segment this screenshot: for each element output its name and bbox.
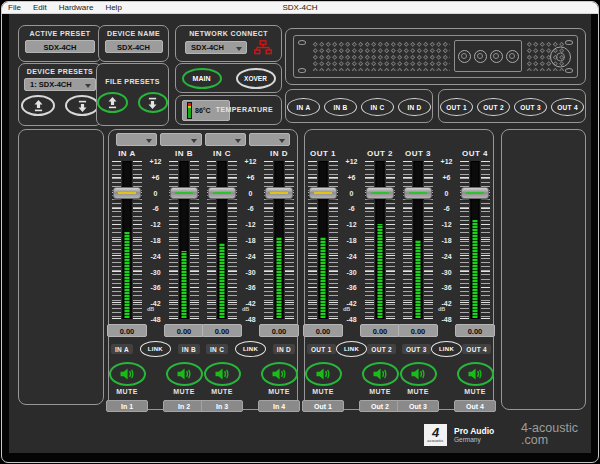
screw-icon <box>565 68 573 73</box>
gain-value[interactable]: 0.00 <box>259 324 299 337</box>
network-device-select[interactable]: SDX-4CH <box>185 41 247 54</box>
mute-button[interactable] <box>362 362 399 386</box>
temperature-label: TEMPERATURE <box>216 106 273 113</box>
channel-name-field[interactable]: In 4 <box>258 400 300 412</box>
scale-label: -36 <box>437 284 456 291</box>
scale-label: -36 <box>146 284 165 291</box>
channel-pair-out-12: OUT 1 OUT 2 +12+60-6-12-18-24-30-36-42-4… <box>307 149 396 412</box>
fader-handle[interactable] <box>404 187 432 199</box>
in-d-button[interactable]: IN D <box>398 98 431 116</box>
device-preset-select[interactable]: 1: SDX-4CH <box>24 78 96 91</box>
mute-button[interactable] <box>457 362 494 386</box>
device-preset-download-button[interactable] <box>65 95 99 116</box>
chevron-down-icon <box>279 139 285 143</box>
mute-button[interactable] <box>109 362 146 386</box>
mute-button[interactable] <box>166 362 203 386</box>
gain-fader[interactable] <box>169 161 199 319</box>
mute-button[interactable] <box>305 362 342 386</box>
out-1-button[interactable]: OUT 1 <box>440 98 473 116</box>
gain-fader[interactable] <box>264 161 294 319</box>
menu-edit[interactable]: Edit <box>27 3 53 12</box>
gain-fader[interactable] <box>460 161 490 319</box>
network-status-icon <box>254 40 272 55</box>
fader-handle[interactable] <box>309 187 337 199</box>
routing-select[interactable] <box>205 133 246 146</box>
routing-select[interactable] <box>249 133 290 146</box>
gain-value[interactable]: 0.00 <box>202 324 242 337</box>
gain-value[interactable]: 0.00 <box>398 324 438 337</box>
routing-select[interactable] <box>116 133 157 146</box>
mute-label: MUTE <box>312 388 333 398</box>
mute-button[interactable] <box>204 362 241 386</box>
channel-name-field[interactable]: Out 2 <box>359 400 401 412</box>
device-preset-upload-button[interactable] <box>21 95 55 116</box>
level-meter <box>123 161 132 319</box>
menu-file[interactable]: File <box>2 3 27 12</box>
channel-name-field[interactable]: Out 1 <box>302 400 344 412</box>
gain-fader[interactable] <box>308 161 338 319</box>
channel-label: IN D <box>270 149 288 161</box>
fader-ticks <box>365 161 374 319</box>
main-view-button[interactable]: MAIN <box>182 68 222 89</box>
link-channel-label: OUT 1 <box>307 344 336 354</box>
fader-handle[interactable] <box>366 187 394 199</box>
mute-button[interactable] <box>400 362 437 386</box>
in-a-button[interactable]: IN A <box>287 98 320 116</box>
channel-name-field[interactable]: Out 3 <box>397 400 439 412</box>
fader-handle[interactable] <box>113 187 141 199</box>
in-b-button[interactable]: IN B <box>324 98 357 116</box>
gain-fader[interactable] <box>403 161 433 319</box>
device-name-label: DEVICE NAME <box>107 30 160 37</box>
xover-view-button[interactable]: XOVER <box>236 68 276 89</box>
channel-name-field[interactable]: In 3 <box>201 400 243 412</box>
scale-label: -18 <box>241 237 260 244</box>
fader-handle[interactable] <box>265 187 293 199</box>
link-button[interactable]: LINK <box>235 341 266 357</box>
link-button[interactable]: LINK <box>336 341 367 357</box>
gain-value[interactable]: 0.00 <box>455 324 495 337</box>
channel-name-field[interactable]: In 2 <box>163 400 205 412</box>
power-button-icon <box>550 46 571 67</box>
temperature-value: 86°C <box>195 107 211 114</box>
link-button[interactable]: LINK <box>140 341 171 357</box>
out-4-button[interactable]: OUT 4 <box>551 98 584 116</box>
channel-name-field[interactable]: Out 4 <box>454 400 496 412</box>
chevron-down-icon <box>85 84 91 88</box>
out-3-button[interactable]: OUT 3 <box>514 98 547 116</box>
fader-handle[interactable] <box>208 187 236 199</box>
file-preset-upload-button[interactable] <box>97 92 128 113</box>
fader-handle[interactable] <box>170 187 198 199</box>
routing-select[interactable] <box>160 133 201 146</box>
channel-name-field[interactable]: In 1 <box>106 400 148 412</box>
gain-fader[interactable] <box>207 161 237 319</box>
scale-label: -48 <box>342 316 361 323</box>
scale-label: -18 <box>437 237 456 244</box>
right-blank-panel <box>501 129 586 410</box>
gain-fader[interactable] <box>112 161 142 319</box>
file-preset-download-button[interactable] <box>138 92 169 113</box>
link-button[interactable]: LINK <box>431 341 462 357</box>
out-2-button[interactable]: OUT 2 <box>477 98 510 116</box>
fader-ticks <box>460 161 469 319</box>
menu-hardware[interactable]: Hardware <box>53 3 100 12</box>
channel-label: OUT 2 <box>367 149 393 161</box>
menu-help[interactable]: Help <box>99 3 127 12</box>
fader-handle[interactable] <box>461 187 489 199</box>
speaker-icon <box>271 367 288 381</box>
device-name-value: SDX-4CH <box>105 40 163 53</box>
speaker-icon <box>372 367 389 381</box>
gain-value[interactable]: 0.00 <box>107 324 147 337</box>
output-channel-buttons-box: OUT 1 OUT 2 OUT 3 OUT 4 <box>438 89 586 123</box>
gain-value[interactable]: 0.00 <box>360 324 400 337</box>
fader-ticks <box>481 161 490 319</box>
db-unit-label: dB <box>146 306 165 312</box>
screw-icon <box>298 68 306 73</box>
in-c-button[interactable]: IN C <box>361 98 394 116</box>
mute-button[interactable] <box>261 362 298 386</box>
fader-ticks <box>386 161 395 319</box>
knob-icon <box>490 50 503 63</box>
gain-fader[interactable] <box>365 161 395 319</box>
gain-value[interactable]: 0.00 <box>303 324 343 337</box>
gain-value[interactable]: 0.00 <box>164 324 204 337</box>
chevron-down-icon <box>146 139 152 143</box>
